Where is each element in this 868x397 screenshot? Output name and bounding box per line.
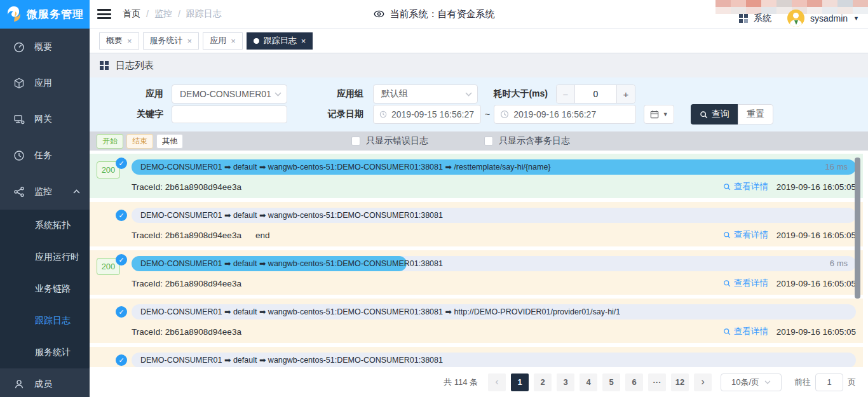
log-type-toolbar: 开始 结束 其他 只显示错误日志 只显示含事务日志 [90, 131, 868, 151]
submenu-item-app-runtime[interactable]: 应用运行时 [0, 241, 90, 273]
system-menu[interactable]: 系统 [754, 13, 771, 24]
only-error-checkbox[interactable]: 只显示错误日志 [351, 135, 428, 147]
page-button-1[interactable]: 1 [511, 373, 529, 391]
brand-title: 微服务管理 [27, 7, 84, 22]
total-count: 共 114 条 [444, 377, 478, 388]
gateway-icon [13, 114, 25, 125]
only-transaction-checkbox[interactable]: 只显示含事务日志 [484, 135, 570, 147]
trace-id: TraceId: 2b61a8908d94ee3a [132, 279, 241, 288]
page-button-6[interactable]: 6 [625, 373, 643, 391]
reset-button-label: 重置 [747, 109, 764, 119]
active-dot-icon [254, 38, 259, 44]
user-caret-down-icon[interactable]: ▼ [853, 15, 859, 22]
page-button-5[interactable]: 5 [602, 373, 620, 391]
view-detail-link[interactable]: 查看详情 [723, 278, 768, 289]
reset-button[interactable]: 重置 [738, 104, 773, 124]
tab-service-stats[interactable]: 服务统计× [143, 32, 200, 50]
sidebar-item-tasks[interactable]: 任务 [0, 137, 90, 173]
trace-span-bar[interactable]: DEMO-CONSUMER01 ➡ default ➡ wangwb-cento… [132, 353, 856, 367]
elapsed-input[interactable] [575, 86, 616, 102]
log-row[interactable]: 200 ✓ DEMO-CONSUMER01 ➡ default ➡ wangwb… [90, 250, 863, 295]
tab-label: 服务统计 [150, 35, 183, 46]
tab-overview[interactable]: 概要× [99, 32, 139, 50]
close-icon[interactable]: × [301, 36, 306, 46]
route-text: DEMO-CONSUMER01 ➡ default ➡ wangwb-cento… [140, 304, 620, 320]
sidebar-item-application[interactable]: 应用 [0, 65, 90, 101]
checkbox-box[interactable] [484, 137, 493, 145]
hamburger-menu-icon[interactable] [97, 7, 111, 22]
view-detail-link[interactable]: 查看详情 [723, 229, 768, 241]
brand-logo: 微服务管理 [0, 0, 90, 29]
username[interactable]: sysadmin [810, 13, 848, 24]
trace-id: TraceId: 2b61a8908d94ee3a [132, 327, 241, 337]
close-icon[interactable]: × [231, 36, 236, 46]
trace-span-bar[interactable]: DEMO-CONSUMER01 ➡ default ➡ wangwb-cento… [132, 304, 856, 320]
submenu-item-trace-log[interactable]: 跟踪日志 [0, 305, 90, 337]
chevron-down-icon [764, 380, 771, 384]
current-system-text: 当前系统：自有资金系统 [390, 8, 495, 20]
log-time: 2019-09-16 16:05:05 [776, 231, 856, 240]
page-button-3[interactable]: 3 [557, 373, 574, 391]
sidebar-item-members[interactable]: 成员 [0, 368, 90, 397]
tab-application[interactable]: 应用× [203, 32, 243, 50]
prev-page-button[interactable]: ‹ [488, 373, 506, 391]
tab-trace-log[interactable]: 跟踪日志× [247, 32, 313, 50]
keyword-input[interactable] [172, 105, 287, 123]
search-button[interactable]: 查询 [691, 104, 738, 124]
trace-id: TraceId: 2b61a8908d94ee3a [132, 231, 241, 240]
app-select[interactable]: DEMO-CONSUMER01 [172, 84, 287, 104]
trace-span-bar[interactable]: DEMO-CONSUMER01 ➡ default ➡ wangwb-cento… [132, 208, 856, 223]
group-select[interactable]: 默认组 [373, 84, 478, 104]
stepper-minus-button[interactable]: − [557, 85, 575, 103]
sidebar-item-overview[interactable]: 概要 [0, 29, 90, 65]
submenu-item-system-topology[interactable]: 系统拓扑 [0, 210, 90, 241]
current-system-banner: 当前系统：自有资金系统 [374, 8, 495, 20]
page-size-select[interactable]: 10条/页 [721, 373, 782, 391]
breadcrumb-monitor[interactable]: 监控 [154, 8, 172, 20]
elapsed-filter-label: 耗时大于(ms) [478, 88, 548, 100]
sidebar-item-gateway[interactable]: 网关 [0, 101, 90, 137]
close-icon[interactable]: × [187, 36, 193, 46]
checkbox-box[interactable] [351, 137, 360, 145]
route-text: DEMO-CONSUMER01 ➡ default ➡ wangwb-cento… [140, 256, 443, 271]
type-start-button[interactable]: 开始 [97, 134, 123, 149]
type-end-button[interactable]: 结束 [126, 134, 153, 149]
route-text: DEMO-CONSUMER01 ➡ default ➡ wangwb-cento… [140, 353, 443, 367]
breadcrumb-home[interactable]: 首页 [123, 8, 140, 20]
type-other-button[interactable]: 其他 [156, 134, 183, 149]
trace-span-bar[interactable]: DEMO-CONSUMER01 ➡ default ➡ wangwb-cento… [132, 256, 856, 271]
page-button-4[interactable]: 4 [580, 373, 597, 391]
breadcrumb-trace-log: 跟踪日志 [186, 8, 222, 20]
view-detail-link[interactable]: 查看详情 [723, 181, 768, 192]
sidebar-item-monitor[interactable]: 监控 [0, 173, 90, 210]
user-avatar[interactable] [787, 10, 804, 27]
opened-tabs-bar: 概要× 服务统计× 应用× 跟踪日志× [90, 29, 868, 53]
vertical-scrollbar-thumb[interactable] [855, 158, 860, 299]
tab-label: 概要 [106, 35, 123, 46]
check-circle-icon: ✓ [116, 158, 127, 169]
search-icon [700, 111, 708, 119]
page-ellipsis[interactable]: ··· [648, 373, 666, 391]
log-row[interactable]: ✓ DEMO-CONSUMER01 ➡ default ➡ wangwb-cen… [90, 299, 863, 343]
date-to-value: 2019-09-16 16:56:27 [513, 109, 596, 119]
page-size-value: 10条/页 [731, 377, 759, 388]
submenu-item-service-stats[interactable]: 服务统计 [0, 337, 90, 368]
trace-span-bar[interactable]: DEMO-CONSUMER01 ➡ default ➡ wangwb-cento… [132, 159, 856, 175]
date-from-input[interactable]: 2019-09-15 16:56:27 [373, 105, 481, 124]
stepper-plus-button[interactable]: + [616, 85, 635, 103]
group-select-value: 默认组 [381, 88, 408, 100]
view-detail-link[interactable]: 查看详情 [723, 326, 768, 337]
search-icon [723, 328, 731, 335]
log-row[interactable]: 200 ✓ DEMO-CONSUMER01 ➡ default ➡ wangwb… [90, 154, 863, 198]
date-picker-button[interactable]: ▼ [644, 105, 674, 124]
goto-page-input[interactable] [815, 373, 843, 391]
sidebar-item-label: 任务 [34, 150, 52, 161]
page-button-2[interactable]: 2 [534, 373, 552, 391]
date-to-input[interactable]: 2019-09-16 16:56:27 [494, 105, 636, 124]
close-icon[interactable]: × [127, 36, 132, 46]
page-button-12[interactable]: 12 [671, 373, 689, 391]
log-row[interactable]: ✓ DEMO-CONSUMER01 ➡ default ➡ wangwb-cen… [90, 347, 863, 367]
next-page-button[interactable]: › [694, 373, 712, 391]
submenu-item-business-chain[interactable]: 业务链路 [0, 273, 90, 305]
log-row[interactable]: ✓ DEMO-CONSUMER01 ➡ default ➡ wangwb-cen… [90, 202, 863, 246]
